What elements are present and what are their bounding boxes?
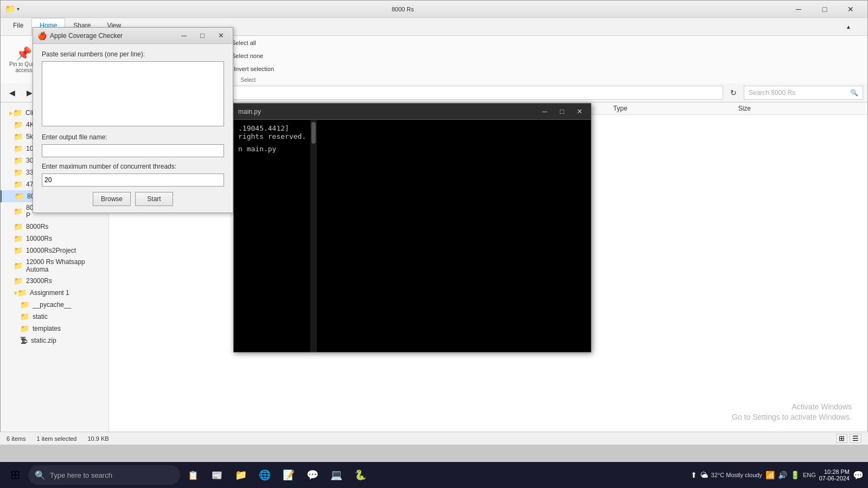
view-details[interactable]: ☰: [850, 434, 861, 443]
clock-date: 07-06-2024: [819, 475, 850, 481]
taskbar-terminal[interactable]: 💻: [326, 464, 347, 486]
terminal-line2: rights reserved.: [238, 132, 306, 140]
sidebar-item-12000rs[interactable]: 📁 12000 Rs Whatsapp Automa: [1, 256, 108, 275]
clock-time: 10:28 PM: [819, 468, 850, 475]
back-button[interactable]: ◀: [5, 86, 19, 100]
taskbar-search[interactable]: 🔍 Type here to search: [28, 465, 180, 485]
sidebar-label: 10000Rs2Project: [26, 247, 76, 254]
terminal-close[interactable]: ✕: [572, 106, 586, 118]
folder-icon: 📁: [14, 261, 23, 270]
window-controls: ─ □ ✕: [786, 1, 863, 18]
volume-icon: 🔊: [778, 471, 787, 479]
ribbon-minimize-button[interactable]: ▲: [836, 18, 861, 35]
sidebar-label: __pycache__: [33, 301, 71, 309]
refresh-button[interactable]: ↻: [726, 86, 741, 100]
terminal-title-bar: main.py ─ □ ✕: [234, 104, 591, 120]
folder-title-icon: 📁: [5, 4, 16, 14]
output-field-group: Enter output file name:: [42, 133, 224, 157]
minimize-button[interactable]: ─: [786, 1, 811, 18]
status-bar: 6 items 1 item selected 10.9 KB ⊞ ☰: [0, 432, 868, 445]
folder-icon: 📁: [14, 120, 23, 129]
language-label: ENG: [803, 472, 816, 478]
vscode-icon: 📝: [283, 469, 295, 481]
dialog-minimize[interactable]: ─: [176, 30, 192, 42]
taskbar: ⊞ 🔍 Type here to search 📋 📰 📁 🌐 📝 💬 💻 🐍 …: [0, 462, 868, 488]
maximize-button[interactable]: □: [812, 1, 837, 18]
terminal-line3: n main.py: [238, 145, 306, 153]
terminal-maximize[interactable]: □: [555, 106, 569, 118]
close-button[interactable]: ✕: [838, 1, 863, 18]
terminal-window: main.py ─ □ ✕ .19045.4412] rights reserv…: [233, 103, 591, 352]
sidebar-item-assignment1[interactable]: ▾📁 Assignment 1: [1, 287, 108, 299]
system-tray: ⬆ 🌥 32°C Mostly cloudy 📶 🔊 🔋 ENG 10:28 P…: [691, 468, 864, 481]
notifications-icon[interactable]: 💬: [853, 470, 864, 480]
sidebar-item-23000rs[interactable]: 📁 23000Rs: [1, 275, 108, 287]
select-all-label: Select all: [232, 40, 256, 46]
explorer-icon: 📁: [235, 469, 247, 481]
view-large-icons[interactable]: ⊞: [836, 434, 847, 443]
explorer-title: 8000 Rs: [22, 6, 784, 12]
zip-icon: 🗜: [20, 336, 28, 345]
folder-icon: 📁: [14, 246, 23, 255]
threads-input[interactable]: [42, 174, 224, 187]
folder-icon: 📁: [20, 312, 29, 321]
taskbar-explorer[interactable]: 📁: [230, 464, 252, 486]
dialog-close[interactable]: ✕: [213, 30, 228, 42]
task-view-icon: 📋: [188, 470, 199, 480]
taskbar-widgets[interactable]: 📰: [206, 464, 228, 486]
terminal-minimize[interactable]: ─: [538, 106, 552, 118]
sidebar-item-10000rs[interactable]: 📁 10000Rs: [1, 233, 108, 245]
chrome-icon: 🌐: [259, 469, 271, 481]
dialog-app-icon: 🍎: [37, 31, 47, 40]
start-button[interactable]: Start: [135, 192, 173, 206]
taskbar-whatsapp[interactable]: 💬: [302, 464, 323, 486]
search-icon: 🔍: [850, 89, 858, 97]
terminal-title: main.py: [238, 108, 534, 115]
search-placeholder: Search 8000 Rs: [749, 89, 795, 97]
sidebar-label: 23000Rs: [26, 277, 52, 285]
terminal-scrollbar[interactable]: [310, 120, 317, 352]
col-header-type[interactable]: Type: [613, 105, 738, 112]
terminal-line1: .19045.4412]: [238, 124, 306, 132]
sidebar-item-staticzip[interactable]: 🗜 static.zip: [1, 335, 108, 346]
taskbar-task-view[interactable]: 📋: [182, 464, 204, 486]
output-filename-input[interactable]: [42, 144, 224, 157]
col-header-size[interactable]: Size: [738, 105, 863, 112]
folder-icon-active: 📁: [15, 192, 24, 201]
tab-file[interactable]: File: [5, 18, 31, 35]
activate-line1: Activate Windows: [732, 402, 852, 413]
dialog-buttons: Browse Start: [42, 192, 224, 206]
scrollbar-thumb[interactable]: [311, 122, 316, 144]
battery-icon: 🔋: [790, 471, 800, 479]
folder-icon: 📁: [14, 168, 23, 177]
taskbar-chrome[interactable]: 🌐: [254, 464, 276, 486]
search-box[interactable]: Search 8000 Rs 🔍: [744, 86, 863, 100]
taskbar-python[interactable]: 🐍: [349, 464, 371, 486]
widgets-icon: 📰: [212, 470, 222, 480]
browse-button[interactable]: Browse: [93, 192, 131, 206]
taskbar-vscode[interactable]: 📝: [278, 464, 299, 486]
weather-text: 32°C Mostly cloudy: [711, 472, 762, 478]
folder-icon: 📁: [14, 207, 23, 216]
folder-icon: 📁: [14, 132, 23, 141]
sidebar-item-10000rs2[interactable]: 📁 10000Rs2Project: [1, 245, 108, 256]
select-group-label: Select: [241, 77, 256, 83]
sidebar-item-static[interactable]: 📁 static: [1, 311, 108, 323]
sidebar-item-templates[interactable]: 📁 templates: [1, 323, 108, 335]
sidebar-label: 8000Rs: [26, 223, 48, 230]
sidebar-item-pycache[interactable]: 📁 __pycache__: [1, 299, 108, 311]
serial-numbers-input[interactable]: [42, 61, 224, 126]
sidebar-label: 10000Rs: [26, 235, 52, 242]
folder-icon: ▾📁: [14, 288, 27, 297]
output-label: Enter output file name:: [42, 133, 224, 141]
python-icon: 🐍: [354, 469, 366, 481]
threads-label: Enter maximum number of concurrent threa…: [42, 163, 224, 170]
status-items: 6 items: [7, 435, 25, 442]
start-button[interactable]: ⊞: [4, 464, 26, 486]
terminal-content: .19045.4412] rights reserved. n main.py: [234, 120, 310, 336]
sidebar-item-8000rs2[interactable]: 📁 8000Rs: [1, 221, 108, 233]
taskbar-clock: 10:28 PM 07-06-2024: [819, 468, 850, 481]
activate-line2: Go to Settings to activate Windows.: [732, 412, 852, 423]
dialog-maximize[interactable]: □: [195, 30, 210, 42]
folder-icon: 📁: [20, 300, 29, 309]
